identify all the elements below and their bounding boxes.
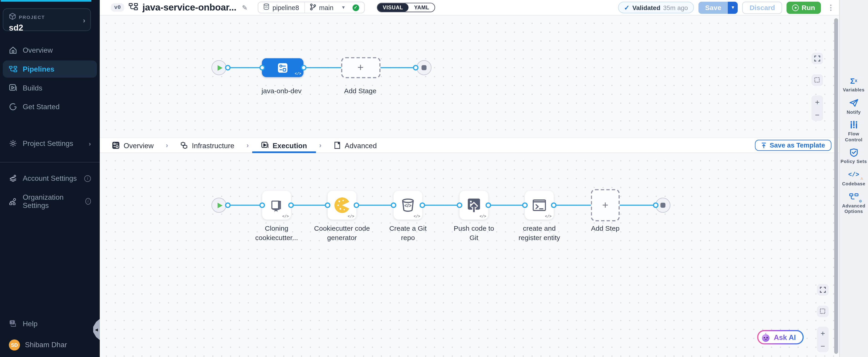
toggle-visual[interactable]: VISUAL	[377, 3, 409, 11]
code-badge-icon: </>	[282, 215, 289, 219]
help-chat-icon: ?	[9, 319, 17, 328]
rail-label: Codebase	[842, 181, 865, 187]
port	[420, 203, 425, 208]
rail-item-advanced-options[interactable]: ⚙ Advanced Options	[839, 192, 868, 214]
add-step-label: Add Step	[573, 224, 638, 233]
rail-item-flow-control[interactable]: Flow Control	[839, 120, 868, 143]
validated-badge: ✓ Validated 35m ago	[618, 2, 694, 13]
rail-item-variables[interactable]: Σx Variables	[839, 77, 868, 93]
visual-yaml-toggle: VISUAL YAML	[377, 3, 435, 12]
save-button[interactable]: Save	[699, 1, 728, 14]
fullscreen-button[interactable]	[817, 284, 829, 296]
tab-overview[interactable]: Overview	[112, 138, 154, 152]
port	[653, 203, 658, 208]
sidebar-item-get-started[interactable]: Get Started	[3, 98, 97, 115]
ask-ai-button[interactable]: Ask AI	[757, 330, 804, 345]
more-options-icon[interactable]: ⋮	[827, 4, 835, 11]
stage-end-node[interactable]	[416, 60, 432, 75]
port	[225, 65, 230, 70]
vertical-scrollbar[interactable]	[834, 18, 838, 354]
stage-node-java-onb-dev[interactable]: </>	[262, 58, 304, 77]
marquee-select-button[interactable]	[817, 306, 829, 317]
sidebar-nav: Overview Pipelines Builds Get Started	[3, 41, 97, 117]
step-cookiecutter-code-generator[interactable]: </>	[328, 191, 356, 220]
project-label: PROJECT	[19, 14, 45, 20]
play-icon	[217, 203, 222, 208]
check-circle-icon: ✓	[352, 4, 359, 11]
svg-text:?: ?	[11, 320, 13, 324]
rail-item-codebase[interactable]: </>⚠ Codebase	[839, 170, 868, 187]
sidebar-item-builds[interactable]: Builds	[3, 79, 97, 96]
gear-icon: ⚙	[859, 198, 862, 203]
code-badge-icon: </>	[414, 215, 420, 219]
step-label: Push code to Git	[449, 224, 499, 243]
push-code-icon	[466, 198, 482, 213]
port	[457, 203, 462, 208]
stage-graph-canvas[interactable]: </> + java-onb-dev Add Stage + −	[100, 16, 839, 138]
zoom-out-button[interactable]: −	[817, 339, 829, 352]
stage-tabs: Overview › Infrastructure › Execution › …	[100, 138, 839, 153]
marquee-select-button[interactable]	[811, 74, 823, 86]
chevron-left-icon: ◀	[95, 328, 98, 331]
step-cloning-cookiecutter[interactable]: </>	[262, 191, 291, 220]
zoom-controls: + −	[811, 95, 823, 121]
step-create-and-register-entity[interactable]: </>	[525, 191, 554, 220]
run-button[interactable]: Run	[787, 1, 820, 14]
shield-check-icon	[849, 148, 858, 157]
pipeline-studio-app: PROJECT sd2 › Overview Pipelines	[0, 0, 868, 357]
terminal-icon	[531, 198, 547, 213]
branch-select[interactable]: main ▼ ✓	[304, 2, 364, 13]
sidebar-item-overview[interactable]: Overview	[3, 41, 97, 59]
zoom-in-button[interactable]: +	[817, 327, 829, 339]
run-play-icon	[792, 4, 799, 11]
rail-item-policy-sets[interactable]: Policy Sets	[839, 148, 868, 165]
fullscreen-button[interactable]	[811, 53, 823, 64]
rail-item-notify[interactable]: Notify	[839, 98, 868, 115]
user-menu[interactable]: SD Shibam Dhar	[3, 336, 97, 354]
code-badge-icon: </>	[479, 215, 486, 219]
sidebar-item-pipelines[interactable]: Pipelines	[3, 60, 97, 78]
code-warning-icon: </>⚠	[848, 170, 859, 179]
stage-start-node[interactable]	[211, 60, 226, 75]
execution-start-node[interactable]	[211, 198, 226, 213]
execution-tab-icon	[261, 141, 269, 149]
save-as-template-button[interactable]: Save as Template	[755, 140, 831, 151]
zoom-out-button[interactable]: −	[811, 108, 823, 121]
add-step-button[interactable]: +	[591, 189, 620, 221]
custom-stage-icon	[278, 62, 288, 73]
port	[225, 203, 230, 208]
sidebar-item-organization-settings[interactable]: Organization Settings i	[3, 188, 97, 214]
sidebar-item-project-settings[interactable]: Project Settings ›	[3, 135, 97, 152]
tab-advanced[interactable]: Advanced	[334, 138, 377, 152]
advanced-tab-icon	[334, 141, 341, 149]
toggle-yaml[interactable]: YAML	[409, 3, 435, 11]
project-selector[interactable]: PROJECT sd2 ›	[3, 8, 91, 31]
tab-infrastructure[interactable]: Infrastructure	[180, 138, 234, 152]
right-rail: Σx Variables Notify Flow Control Policy …	[839, 0, 868, 357]
version-badge: v0	[111, 3, 124, 11]
step-create-git-repo[interactable]: </> </>	[394, 191, 423, 220]
rail-label: Variables	[843, 87, 865, 93]
pipeline-select[interactable]: </> pipeline8	[258, 2, 304, 13]
save-menu-caret[interactable]: ▼	[728, 1, 738, 14]
zoom-in-button[interactable]: +	[811, 95, 823, 108]
cookie-icon	[334, 197, 350, 214]
sidebar-item-help[interactable]: ? Help	[3, 315, 97, 332]
sidebar-item-account-settings[interactable]: Account Settings i	[3, 170, 97, 187]
chevron-right-icon: ›	[89, 140, 91, 147]
git-branch-icon	[310, 3, 316, 12]
step-push-code-to-git[interactable]: </>	[460, 191, 489, 220]
execution-canvas[interactable]: </> </> </> </> </>	[100, 153, 839, 357]
port	[522, 203, 528, 208]
add-stage-button[interactable]: +	[341, 57, 380, 78]
code-badge-icon: </>	[545, 215, 551, 219]
discard-button[interactable]: Discard	[742, 1, 782, 14]
edit-pencil-icon[interactable]: ✎	[242, 4, 247, 11]
add-stage-label: Add Stage	[328, 87, 392, 96]
user-name: Shibam Dhar	[25, 341, 67, 349]
layers-gear-icon	[9, 174, 17, 182]
sidebar-help-group: ? Help	[3, 315, 97, 334]
svg-text:</>: </>	[404, 203, 412, 208]
save-as-template-label: Save as Template	[770, 141, 825, 149]
tab-execution[interactable]: Execution	[261, 138, 307, 152]
